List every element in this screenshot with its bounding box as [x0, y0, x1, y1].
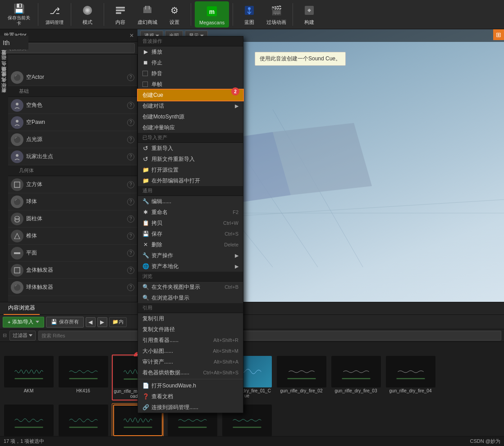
cinematic-button[interactable]: 🎬 过场动画	[264, 1, 289, 27]
list-item[interactable]: 空Pawn ?	[8, 114, 137, 131]
list-item[interactable]: 玩家出生点 ?	[8, 148, 137, 165]
ctx-mute[interactable]: 静音	[138, 68, 243, 79]
list-item[interactable]: ⚫ 点光源 ?	[8, 131, 137, 148]
tab-recent[interactable]: 最近放置	[0, 56, 9, 62]
search-field[interactable]	[12, 46, 133, 51]
info-button[interactable]: ?	[127, 153, 134, 160]
filter-button[interactable]: 过滤器	[9, 331, 36, 341]
info-button[interactable]: ?	[127, 198, 134, 205]
info-button[interactable]: ?	[127, 215, 134, 223]
cb-tab-content[interactable]: 内容浏览器	[4, 302, 40, 315]
add-import-button[interactable]: + 添加/导入	[3, 317, 44, 328]
info-button[interactable]: ?	[127, 74, 134, 81]
ctx-reimport[interactable]: ↺ 重新导入	[138, 143, 243, 154]
ctx-connect-source[interactable]: 🔗 连接到源码管理......	[138, 402, 243, 413]
info-button[interactable]: ?	[127, 136, 134, 143]
path-button[interactable]: 📁 内	[109, 317, 127, 327]
ctx-reimport-new[interactable]: ↺ 用新文件重新导入	[138, 154, 243, 164]
market-button[interactable]: 虚幻商城	[135, 1, 160, 27]
blueprint-button[interactable]: 蓝图	[237, 1, 262, 27]
ctx-delete[interactable]: ✕ 删除 Delete	[138, 239, 243, 250]
ctx-create-impulse[interactable]: 创建冲量响应	[138, 122, 243, 133]
asset-row-1: AKM HK416 1	[0, 352, 504, 403]
ctx-copy[interactable]: 📋 拷贝 Ctrl+W	[138, 218, 243, 228]
single-checkbox[interactable]	[142, 82, 148, 87]
section-label-basic: 基础	[8, 86, 137, 97]
ctx-ref-viewer[interactable]: 引用查看器...... Alt+Shift+R	[138, 335, 243, 346]
asset-item-dry-fire-03[interactable]: gun_rifle_dry_fire_03	[330, 355, 382, 400]
svg-rect-4	[116, 9, 125, 11]
ctx-open-source[interactable]: 📁 打开源位置	[138, 164, 243, 175]
tab-character[interactable]: 角色	[0, 67, 9, 73]
settings-button[interactable]: ⚙ 设置	[162, 1, 187, 27]
mode-button[interactable]: 模式	[75, 1, 100, 27]
list-item[interactable]: 立方体 ?	[8, 176, 137, 193]
ctx-copy-path[interactable]: 复制文件路径	[138, 324, 243, 335]
content-button[interactable]: 内容	[108, 1, 133, 27]
ctx-stop[interactable]: ⏹ 停止	[138, 57, 243, 68]
ctx-create-cue[interactable]: 创建Cue 2	[138, 90, 243, 100]
save-button[interactable]: 💾 保存当前关卡	[4, 1, 34, 27]
asset-item-akm[interactable]: AKM	[3, 355, 55, 400]
asset-item-dry-fire-04[interactable]: gun_rifle_dry_fire_04	[385, 355, 436, 400]
build-button[interactable]: 构建	[297, 1, 322, 27]
list-item[interactable]: 空角色 ?	[8, 97, 137, 114]
info-button[interactable]: ?	[127, 102, 134, 109]
ctx-save[interactable]: 💾 保存 Ctrl+S	[138, 228, 243, 239]
asset-item-dry-fire-02[interactable]: gun_rifle_dry_fire_02	[275, 355, 327, 400]
ctx-asset-localize[interactable]: 🌐 资产本地化 ▶	[138, 261, 243, 272]
ctx-copy-ref[interactable]: 复制引用	[138, 313, 243, 324]
info-button[interactable]: ?	[127, 232, 134, 240]
list-item[interactable]: ⚫ 球体 ?	[8, 193, 137, 210]
info-button[interactable]: ?	[127, 119, 134, 126]
ctx-create-dialogue[interactable]: 创建对话 ▶	[138, 100, 243, 111]
megascans-button[interactable]: m Megascans	[195, 1, 229, 27]
list-item[interactable]: 椎体 ?	[8, 228, 137, 245]
info-button[interactable]: ?	[127, 284, 134, 291]
ctx-view-doc[interactable]: ❓ 查看文档	[138, 391, 243, 402]
tab-geometry[interactable]: 几何体	[0, 83, 9, 89]
list-item[interactable]: ⚫ 球体触发器 ?	[8, 279, 137, 296]
tab-volume[interactable]: 体积	[0, 89, 9, 94]
ctx-show-folder[interactable]: 🔍 在文件夹视图中显示 Ctrl+B	[138, 282, 243, 292]
forward-button[interactable]: ▶	[97, 317, 107, 327]
tab-basic[interactable]: 基础	[0, 62, 9, 67]
list-item[interactable]: 盒体触发器 ?	[8, 262, 137, 279]
cb-search-input[interactable]	[38, 331, 501, 341]
ctx-open-external[interactable]: 📁 在外部编辑器中打开	[138, 175, 243, 186]
list-item[interactable]: ⚫ 空Actor ?	[8, 69, 137, 86]
ctx-shader[interactable]: 着色器烘焙数据...... Ctrl+Alt+Shift+S	[138, 367, 243, 378]
asset-item-hk416[interactable]: HK416	[57, 355, 109, 400]
viewport-settings-button[interactable]: ⊞	[493, 29, 504, 40]
info-button[interactable]: ?	[127, 250, 134, 257]
ctx-asset-ops[interactable]: 🔧 资产操作 ▶	[138, 250, 243, 261]
tab-visual[interactable]: 视觉效果	[0, 78, 9, 83]
info-button[interactable]: ?	[127, 267, 134, 274]
asset-item-mag-load-04[interactable]: gun_rifle_magazine_load_04	[57, 403, 109, 436]
ctx-create-motosynth[interactable]: 创建MotoSynth源	[138, 111, 243, 122]
wave-icon	[4, 411, 54, 429]
info-button[interactable]: ?	[127, 181, 134, 188]
actor-icon	[11, 99, 23, 112]
back-button[interactable]: ◀	[86, 317, 96, 327]
list-item[interactable]: 圆柱体 ?	[8, 210, 137, 228]
close-icon[interactable]: ✕	[129, 32, 134, 39]
source-button[interactable]: ⎇ 源码管理	[42, 1, 67, 27]
ctx-audit[interactable]: 审计资产...... Alt+Shift+A	[138, 356, 243, 367]
ctx-play[interactable]: ▶ 播放	[138, 46, 243, 57]
mute-checkbox[interactable]	[142, 71, 148, 76]
svg-rect-20	[14, 252, 20, 254]
ctx-single[interactable]: 单帧	[138, 79, 243, 90]
tab-cinematic[interactable]: 场景动画	[0, 73, 9, 78]
ctx-rename[interactable]: ✱ 重命名 F2	[138, 207, 243, 218]
ctx-show-browser[interactable]: 🔍 在浏览器中显示	[138, 292, 243, 303]
context-menu: 音波操作 ▶ 播放 ⏹ 停止 静音 单帧 创建Cue 2 创建对话 ▶ 创建Mo…	[137, 36, 243, 413]
ctx-size-map[interactable]: 大小贴图...... Alt+Shift+M	[138, 346, 243, 356]
tab-all[interactable]: 所有类	[0, 94, 9, 100]
asset-item-mag-load-03[interactable]: gun_rifle_magazine_load_03	[3, 403, 55, 436]
ctx-open-soundwave[interactable]: 📄 打开SoundWave.h	[138, 380, 243, 391]
ctx-edit[interactable]: 🔧 编辑......	[138, 196, 243, 207]
play-icon: ▶	[142, 49, 149, 55]
list-item[interactable]: 平面 ?	[8, 245, 137, 262]
save-all-button[interactable]: 💾 保存所有	[46, 317, 84, 328]
